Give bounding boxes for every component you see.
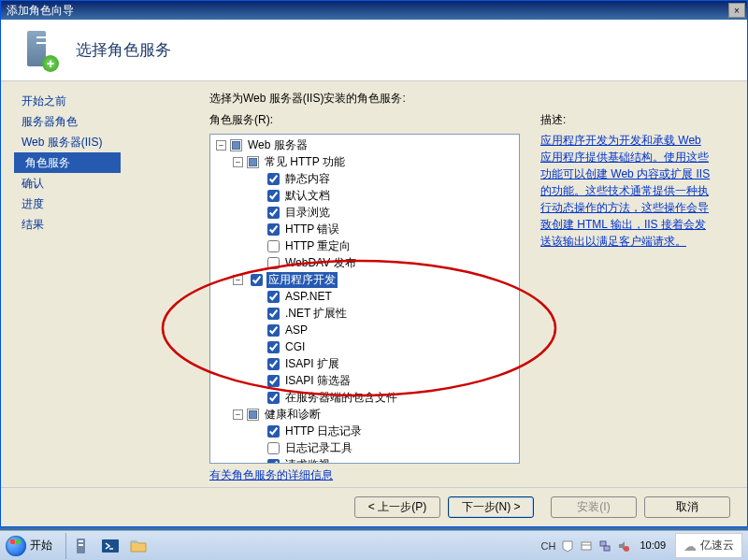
checkbox[interactable]	[267, 190, 280, 202]
expander-spacer: ·	[250, 460, 260, 465]
tree-node-label[interactable]: CGI	[283, 340, 307, 353]
svg-point-11	[624, 546, 629, 552]
tree-node-label[interactable]: WebDAV 发布	[283, 255, 358, 271]
sidebar-item-step-3[interactable]: 角色服务	[14, 152, 121, 173]
tree-node-label[interactable]: 请求监视	[283, 457, 332, 465]
tree-node[interactable]: ·请求监视	[216, 456, 519, 464]
tree-node-label[interactable]: 目录浏览	[283, 205, 332, 221]
svg-rect-10	[604, 546, 610, 551]
sidebar-item-step-4[interactable]: 确认	[18, 173, 153, 194]
tree-node-label[interactable]: ISAPI 筛选器	[283, 373, 352, 389]
language-indicator[interactable]: CH	[541, 540, 556, 552]
tree-node[interactable]: −健康和诊断	[216, 406, 519, 423]
checkbox[interactable]	[267, 375, 280, 387]
next-button[interactable]: 下一步(N) >	[448, 496, 534, 518]
sidebar-item-step-1[interactable]: 服务器角色	[18, 111, 153, 132]
checkbox-partial[interactable]	[230, 139, 242, 151]
install-button[interactable]: 安装(I)	[551, 496, 637, 518]
tree-node[interactable]: ·在服务器端的包含文件	[216, 389, 519, 406]
tray-options-icon[interactable]	[580, 539, 593, 553]
sidebar-item-step-0[interactable]: 开始之前	[18, 91, 153, 111]
tree-node[interactable]: ·日志记录工具	[216, 439, 519, 456]
checkbox[interactable]	[251, 274, 263, 286]
tree-node-label[interactable]: ASP.NET	[283, 290, 334, 303]
previous-button[interactable]: < 上一步(P)	[354, 496, 440, 518]
network-icon[interactable]	[598, 539, 611, 553]
tree-node[interactable]: −常见 HTTP 功能	[216, 153, 519, 170]
server-manager-taskbar-icon[interactable]	[71, 535, 94, 557]
tree-node[interactable]: ·HTTP 错误	[216, 221, 519, 237]
tree-node[interactable]: ·WebDAV 发布	[216, 254, 519, 271]
titlebar[interactable]: 添加角色向导 ×	[1, 1, 747, 20]
tree-node-label[interactable]: HTTP 日志记录	[283, 424, 364, 439]
checkbox[interactable]	[267, 308, 280, 320]
expander-spacer: ·	[250, 325, 260, 336]
tree-node-label[interactable]: 常见 HTTP 功能	[263, 154, 347, 170]
cancel-button[interactable]: 取消	[644, 496, 730, 518]
tree-node-label[interactable]: 静态内容	[283, 171, 332, 187]
checkbox[interactable]	[267, 358, 280, 370]
tree-node[interactable]: −应用程序开发	[216, 271, 519, 288]
sidebar-item-step-2[interactable]: Web 服务器(IIS)	[18, 132, 153, 152]
checkbox[interactable]	[267, 223, 280, 236]
tree-node-label[interactable]: 日志记录工具	[283, 440, 354, 456]
tree-node[interactable]: ·ISAPI 扩展	[216, 355, 519, 372]
description-panel: 描述: 应用程序开发为开发和承载 Web 应用程序提供基础结构。使用这些功能可以…	[540, 112, 712, 483]
tree-node-label[interactable]: 应用程序开发	[266, 272, 338, 288]
tree-node[interactable]: ·.NET 扩展性	[216, 305, 519, 322]
checkbox[interactable]	[267, 207, 280, 219]
checkbox[interactable]	[267, 240, 280, 252]
sidebar-item-step-6[interactable]: 结果	[18, 214, 153, 235]
collapse-icon[interactable]: −	[233, 275, 243, 285]
brand-watermark: ☁ 亿速云	[675, 533, 742, 558]
tree-node-label[interactable]: 健康和诊断	[263, 407, 323, 423]
tree-node-label[interactable]: 在服务器端的包含文件	[283, 390, 399, 406]
checkbox[interactable]	[267, 173, 280, 185]
tree-node-label[interactable]: 默认文档	[283, 188, 332, 204]
tree-node[interactable]: ·默认文档	[216, 187, 519, 204]
taskbar[interactable]: 开始 CH 10:09 ☁ 亿速云	[0, 530, 748, 560]
checkbox[interactable]	[267, 459, 280, 465]
checkbox[interactable]	[267, 442, 280, 454]
volume-icon[interactable]	[617, 539, 630, 553]
tree-node[interactable]: ·HTTP 重定向	[216, 237, 519, 254]
start-button[interactable]: 开始	[0, 531, 64, 561]
tree-node[interactable]: ·ISAPI 筛选器	[216, 372, 519, 389]
role-service-tree[interactable]: −Web 服务器−常见 HTTP 功能·静态内容·默认文档·目录浏览·HTTP …	[209, 134, 520, 464]
checkbox[interactable]	[267, 324, 280, 337]
svg-rect-6	[131, 541, 137, 543]
powershell-taskbar-icon[interactable]	[99, 535, 122, 557]
tree-node[interactable]: −Web 服务器	[216, 136, 519, 153]
window-title: 添加角色向导	[7, 3, 728, 19]
collapse-icon[interactable]: −	[233, 409, 243, 420]
tree-node[interactable]: ·ASP.NET	[216, 288, 519, 305]
clock[interactable]: 10:09	[636, 539, 669, 552]
tree-node-label[interactable]: Web 服务器	[246, 137, 309, 153]
tree-node-label[interactable]: HTTP 重定向	[283, 238, 352, 254]
tree-node-label[interactable]: ASP	[283, 323, 309, 337]
checkbox[interactable]	[267, 291, 280, 303]
close-button[interactable]: ×	[728, 3, 745, 18]
checkbox[interactable]	[267, 257, 280, 269]
tree-node[interactable]: ·静态内容	[216, 170, 519, 187]
tree-node-label[interactable]: ISAPI 扩展	[283, 356, 341, 372]
checkbox[interactable]	[267, 392, 280, 404]
checkbox-partial[interactable]	[247, 156, 259, 168]
tree-node[interactable]: ·CGI	[216, 338, 519, 355]
tree-node[interactable]: ·HTTP 日志记录	[216, 423, 519, 439]
more-info-link[interactable]: 有关角色服务的详细信息	[209, 467, 333, 483]
tree-node[interactable]: ·目录浏览	[216, 204, 519, 221]
tree-node-label[interactable]: .NET 扩展性	[283, 306, 349, 322]
checkbox-partial[interactable]	[247, 409, 259, 421]
collapse-icon[interactable]: −	[216, 140, 226, 151]
action-center-icon[interactable]	[561, 539, 574, 553]
tree-node[interactable]: ·ASP	[216, 322, 519, 338]
checkbox[interactable]	[267, 341, 280, 353]
collapse-icon[interactable]: −	[233, 157, 243, 167]
divider	[65, 533, 66, 559]
checkbox[interactable]	[267, 425, 280, 438]
explorer-taskbar-icon[interactable]	[127, 535, 150, 557]
tree-node-label[interactable]: HTTP 错误	[283, 222, 341, 237]
description-link[interactable]: 应用程序开发	[540, 134, 608, 147]
sidebar-item-step-5[interactable]: 进度	[18, 194, 153, 214]
